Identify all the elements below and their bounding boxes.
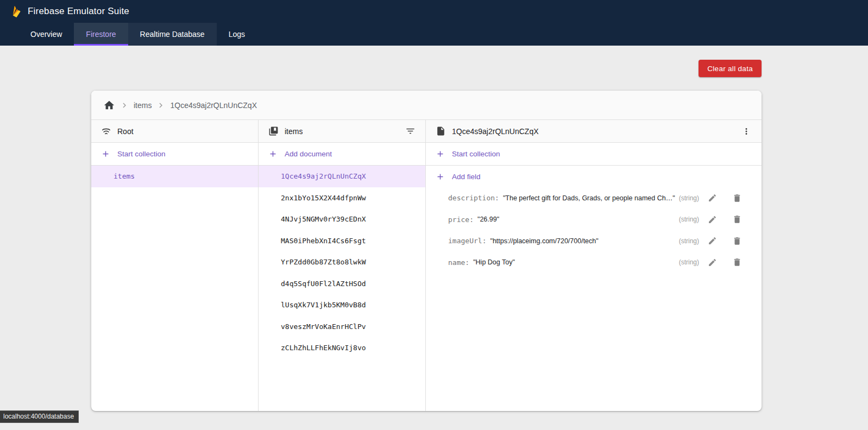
collections-bookmark-icon — [268, 126, 279, 136]
pencil-icon — [708, 258, 717, 267]
pencil-icon — [708, 215, 717, 224]
edit-field-button[interactable] — [706, 235, 719, 248]
clear-all-data-button[interactable]: Clear all data — [699, 60, 762, 77]
field-type: (string) — [679, 194, 699, 202]
chevron-right-icon — [119, 100, 129, 110]
plus-icon — [101, 149, 110, 159]
field-row: imageUrl "https://placeimg.com/720/700/t… — [426, 230, 762, 252]
document-list-item[interactable]: d4q5SqfU0Fl2lAZtHSOd — [259, 273, 425, 295]
delete-field-button[interactable] — [731, 256, 744, 269]
field-row: price "26.99" (string) — [426, 209, 762, 231]
trash-icon — [732, 214, 742, 224]
add-document-button[interactable]: Add document — [259, 143, 425, 166]
field-type: (string) — [679, 216, 699, 223]
start-collection-label: Start collection — [117, 150, 166, 158]
collection-panel: items Add document 1Qce4s9aj2rQLnUnCZqX — [259, 120, 426, 411]
document-list-item[interactable]: 2nx1bYo15X2X44dfpnWw — [259, 187, 425, 209]
field-key: name — [448, 258, 469, 267]
toolbar: Clear all data — [91, 60, 762, 77]
plus-icon — [436, 172, 445, 181]
filter-documents-button[interactable] — [404, 125, 417, 138]
app-title: Firebase Emulator Suite — [28, 6, 129, 17]
add-field-button[interactable]: Add field — [426, 166, 762, 187]
more-vert-icon — [741, 127, 751, 136]
document-list-item[interactable]: 1Qce4s9aj2rQLnUnCZqX — [259, 166, 425, 187]
edit-field-button[interactable] — [706, 192, 719, 205]
document-list-item[interactable]: MAS0iPhebXnI4Cs6Fsgt — [259, 230, 425, 252]
app-header: Firebase Emulator Suite — [0, 0, 868, 23]
delete-field-button[interactable] — [731, 192, 744, 205]
field-row: description "The perfect gift for Dads, … — [426, 187, 762, 209]
tab-realtime-database[interactable]: Realtime Database — [128, 23, 217, 46]
status-bar-link-preview: localhost:4000/database — [0, 410, 79, 423]
field-value: "26.99" — [477, 216, 499, 223]
collection-panel-title: items — [285, 127, 303, 136]
pencil-icon — [708, 193, 717, 203]
trash-icon — [732, 257, 742, 267]
tab-realtime-database-label: Realtime Database — [140, 30, 205, 39]
chevron-right-icon — [156, 100, 166, 110]
document-panel-title: 1Qce4s9aj2rQLnUnCZqX — [452, 127, 539, 136]
firebase-logo-icon — [11, 5, 22, 18]
tab-firestore-label: Firestore — [86, 30, 116, 39]
document-list-item[interactable]: zCLhZhLLFhEkNGvIj8vo — [259, 337, 425, 359]
document-list-item[interactable]: v8veszMrVoKaEnrHClPv — [259, 316, 425, 338]
document-file-icon — [436, 126, 446, 136]
document-panel-header: 1Qce4s9aj2rQLnUnCZqX — [426, 120, 762, 143]
field-type: (string) — [679, 237, 699, 245]
field-row: name "Hip Dog Toy" (string) — [426, 252, 762, 274]
delete-field-button[interactable] — [731, 235, 744, 248]
tab-logs[interactable]: Logs — [217, 23, 257, 46]
trash-icon — [732, 193, 742, 203]
home-icon — [103, 99, 115, 111]
field-type: (string) — [679, 258, 699, 266]
root-panel-header: Root — [91, 120, 258, 143]
tab-overview-label: Overview — [30, 30, 62, 39]
firestore-columns: Root Start collection items items — [91, 120, 762, 411]
field-value: "Hip Dog Toy" — [473, 258, 515, 266]
breadcrumb: items 1Qce4s9aj2rQLnUnCZqX — [91, 91, 762, 120]
breadcrumb-home-button[interactable] — [103, 99, 115, 111]
root-panel-title: Root — [117, 127, 134, 136]
add-document-label: Add document — [285, 150, 332, 158]
document-list-item[interactable]: YrPZdd0Gb87Zt8o8lwkW — [259, 251, 425, 273]
doc-start-collection-label: Start collection — [452, 150, 500, 158]
main-content: Clear all data items 1Qce4s9aj2rQLnUnCZq… — [91, 46, 762, 411]
edit-field-button[interactable] — [706, 256, 719, 269]
collection-panel-header: items — [259, 120, 425, 143]
tab-firestore[interactable]: Firestore — [74, 23, 128, 46]
start-collection-button[interactable]: Start collection — [91, 143, 258, 166]
add-field-label: Add field — [452, 173, 481, 181]
filter-list-icon — [405, 126, 416, 136]
root-panel: Root Start collection items — [91, 120, 259, 411]
main-nav-tabs: Overview Firestore Realtime Database Log… — [0, 23, 868, 46]
field-key: description — [448, 194, 499, 202]
breadcrumb-document[interactable]: 1Qce4s9aj2rQLnUnCZqX — [170, 101, 257, 110]
breadcrumb-collection[interactable]: items — [134, 101, 152, 110]
doc-start-collection-button[interactable]: Start collection — [426, 143, 762, 166]
trash-icon — [732, 236, 742, 246]
document-list-item[interactable]: lUsqXk7V1jkb5KM0vB8d — [259, 294, 425, 316]
firestore-panel-card: items 1Qce4s9aj2rQLnUnCZqX Root — [91, 91, 762, 411]
document-list-item[interactable]: 4NJvj5NGMv0rY39cEDnX — [259, 208, 425, 230]
field-value: "The perfect gift for Dads, Grads, or pe… — [503, 194, 675, 202]
edit-field-button[interactable] — [706, 213, 719, 226]
field-value: "https://placeimg.com/720/700/tech" — [490, 237, 598, 245]
stream-icon — [101, 126, 111, 136]
plus-icon — [436, 149, 445, 159]
plus-icon — [268, 149, 278, 159]
field-key: price — [448, 216, 474, 224]
document-menu-button[interactable] — [740, 125, 753, 138]
delete-field-button[interactable] — [731, 213, 744, 226]
collection-list-item[interactable]: items — [91, 166, 258, 187]
tab-logs-label: Logs — [229, 30, 245, 39]
document-panel: 1Qce4s9aj2rQLnUnCZqX Start collection — [426, 120, 762, 411]
tab-overview[interactable]: Overview — [18, 23, 74, 46]
pencil-icon — [708, 236, 717, 245]
field-key: imageUrl — [448, 237, 486, 245]
